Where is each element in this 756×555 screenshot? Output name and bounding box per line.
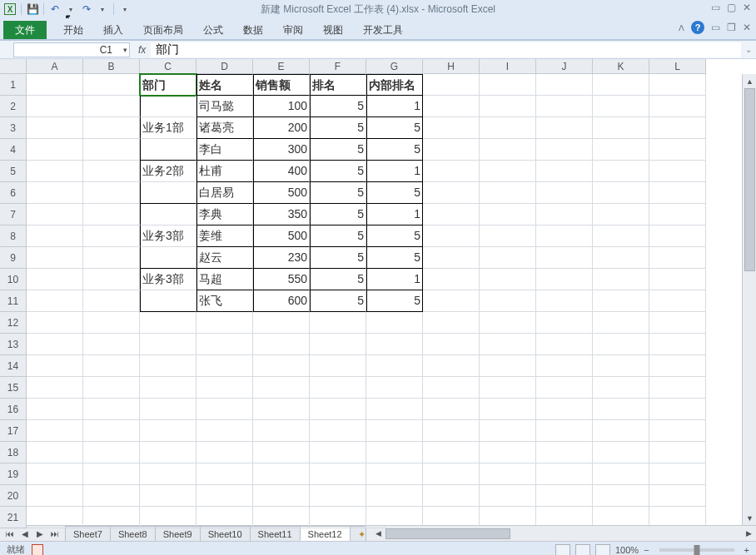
cell-J18[interactable] bbox=[536, 442, 593, 463]
cell-B20[interactable] bbox=[83, 485, 140, 507]
cell-E3[interactable]: 200 bbox=[253, 117, 310, 139]
cell-K13[interactable] bbox=[593, 334, 649, 355]
cell-H13[interactable] bbox=[423, 334, 480, 355]
cell-H18[interactable] bbox=[423, 442, 480, 463]
view-page-break-icon[interactable] bbox=[595, 544, 610, 556]
cell-E7[interactable]: 350 bbox=[253, 204, 310, 225]
wb-close-icon[interactable]: ✕ bbox=[743, 22, 751, 33]
cell-I7[interactable] bbox=[480, 204, 536, 225]
row-header-3[interactable]: 3 bbox=[0, 117, 27, 139]
cell-L4[interactable] bbox=[649, 139, 706, 161]
cell-F8[interactable]: 5 bbox=[310, 225, 366, 247]
cell-K16[interactable] bbox=[593, 399, 649, 420]
cell-J12[interactable] bbox=[536, 312, 593, 334]
redo-more-icon[interactable]: ▾ bbox=[96, 2, 109, 16]
select-all-corner[interactable] bbox=[0, 59, 27, 74]
cell-D8[interactable]: 姜维 bbox=[196, 225, 253, 247]
cell-K11[interactable] bbox=[593, 290, 649, 312]
minimize-icon[interactable]: ▭ bbox=[711, 2, 720, 13]
cell-I2[interactable] bbox=[480, 96, 536, 117]
cell-A19[interactable] bbox=[27, 463, 83, 485]
tab-formulas[interactable]: 公式 bbox=[193, 21, 233, 39]
col-header-I[interactable]: I bbox=[480, 59, 536, 74]
cell-H6[interactable] bbox=[423, 182, 480, 204]
cell-J21[interactable] bbox=[536, 507, 593, 528]
cell-K2[interactable] bbox=[593, 96, 649, 117]
cell-F16[interactable] bbox=[310, 399, 366, 420]
cell-G3[interactable]: 5 bbox=[366, 117, 423, 139]
cell-L1[interactable] bbox=[649, 74, 706, 96]
col-header-C[interactable]: C bbox=[140, 59, 196, 74]
row-header-5[interactable]: 5 bbox=[0, 161, 27, 182]
row-header-4[interactable]: 4 bbox=[0, 139, 27, 161]
cell-F18[interactable] bbox=[310, 442, 366, 463]
ribbon-min-icon[interactable]: ᐱ bbox=[679, 23, 684, 32]
cell-J4[interactable] bbox=[536, 139, 593, 161]
tab-view[interactable]: 视图 bbox=[313, 21, 353, 39]
cell-H11[interactable] bbox=[423, 290, 480, 312]
cell-E15[interactable] bbox=[253, 377, 310, 399]
cell-L11[interactable] bbox=[649, 290, 706, 312]
cell-I18[interactable] bbox=[480, 442, 536, 463]
cell-F19[interactable] bbox=[310, 463, 366, 485]
cell-I15[interactable] bbox=[480, 377, 536, 399]
cell-K10[interactable] bbox=[593, 269, 649, 290]
tab-data[interactable]: 数据 bbox=[233, 21, 273, 39]
cell-F17[interactable] bbox=[310, 420, 366, 442]
cell-L12[interactable] bbox=[649, 312, 706, 334]
cell-A14[interactable] bbox=[27, 355, 83, 377]
cell-E5[interactable]: 400 bbox=[253, 161, 310, 182]
cell-L15[interactable] bbox=[649, 377, 706, 399]
row-header-11[interactable]: 11 bbox=[0, 290, 27, 312]
row-header-8[interactable]: 8 bbox=[0, 225, 27, 247]
cell-E20[interactable] bbox=[253, 485, 310, 507]
wb-minimize-icon[interactable]: ▭ bbox=[711, 22, 720, 33]
cell-D7[interactable]: 李典 bbox=[196, 204, 253, 225]
row-header-18[interactable]: 18 bbox=[0, 442, 27, 463]
tab-home[interactable]: 开始 bbox=[53, 21, 93, 39]
cell-B18[interactable] bbox=[83, 442, 140, 463]
cell-J3[interactable] bbox=[536, 117, 593, 139]
cell-G2[interactable]: 1 bbox=[366, 96, 423, 117]
row-header-12[interactable]: 12 bbox=[0, 312, 27, 334]
cell-C18[interactable] bbox=[140, 442, 196, 463]
cell-A9[interactable] bbox=[27, 247, 83, 269]
cell-K15[interactable] bbox=[593, 377, 649, 399]
cell-J14[interactable] bbox=[536, 355, 593, 377]
name-box[interactable]: C1▾ bbox=[13, 42, 130, 57]
cell-F12[interactable] bbox=[310, 312, 366, 334]
row-header-20[interactable]: 20 bbox=[0, 485, 27, 507]
zoom-label[interactable]: 100% bbox=[615, 545, 639, 555]
cell-K6[interactable] bbox=[593, 182, 649, 204]
row-header-1[interactable]: 1 bbox=[0, 74, 27, 96]
cell-H21[interactable] bbox=[423, 507, 480, 528]
cell-E11[interactable]: 600 bbox=[253, 290, 310, 312]
view-normal-icon[interactable] bbox=[555, 544, 570, 556]
cell-C3[interactable]: 业务1部 bbox=[140, 117, 196, 139]
cell-H3[interactable] bbox=[423, 117, 480, 139]
cell-E2[interactable]: 100 bbox=[253, 96, 310, 117]
zoom-out-icon[interactable]: − bbox=[644, 545, 649, 555]
cell-I16[interactable] bbox=[480, 399, 536, 420]
cell-E14[interactable] bbox=[253, 355, 310, 377]
cell-J19[interactable] bbox=[536, 463, 593, 485]
cell-A20[interactable] bbox=[27, 485, 83, 507]
cell-C2[interactable] bbox=[140, 96, 196, 117]
scroll-left-icon[interactable]: ◀ bbox=[371, 527, 385, 541]
cell-B17[interactable] bbox=[83, 420, 140, 442]
cell-J8[interactable] bbox=[536, 225, 593, 247]
cell-H14[interactable] bbox=[423, 355, 480, 377]
cell-L9[interactable] bbox=[649, 247, 706, 269]
cell-K19[interactable] bbox=[593, 463, 649, 485]
scroll-right-icon[interactable]: ▶ bbox=[742, 527, 756, 541]
cell-D10[interactable]: 马超 bbox=[196, 269, 253, 290]
cell-G7[interactable]: 1 bbox=[366, 204, 423, 225]
cell-A18[interactable] bbox=[27, 442, 83, 463]
col-header-F[interactable]: F bbox=[310, 59, 366, 74]
cell-H19[interactable] bbox=[423, 463, 480, 485]
cell-I17[interactable] bbox=[480, 420, 536, 442]
cell-G10[interactable]: 1 bbox=[366, 269, 423, 290]
cell-B15[interactable] bbox=[83, 377, 140, 399]
cell-H7[interactable] bbox=[423, 204, 480, 225]
cell-E18[interactable] bbox=[253, 442, 310, 463]
